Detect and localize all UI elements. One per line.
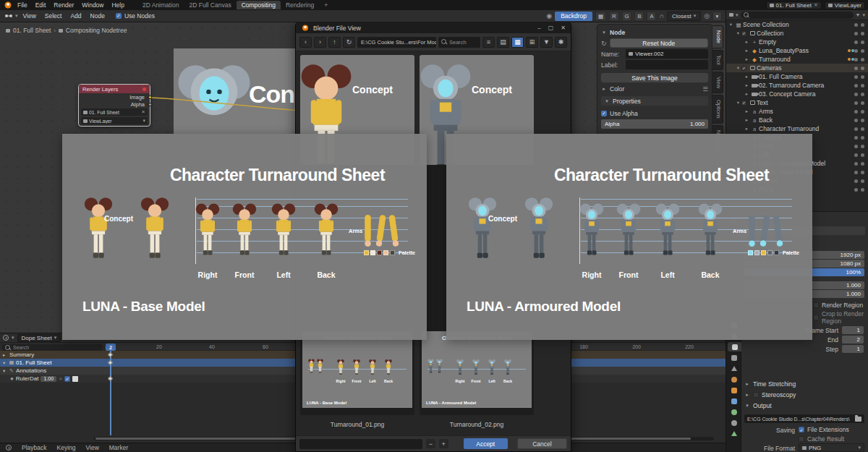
scene-selector[interactable]: 01. Full Sheet✕ xyxy=(81,108,148,116)
filename-input[interactable] xyxy=(299,439,422,449)
display-detail-icon[interactable]: ▤ xyxy=(497,37,509,48)
outliner-row[interactable]: ▾✓Text xyxy=(726,98,868,107)
display-grid-icon[interactable]: ⊞ xyxy=(526,37,538,48)
output-path-field[interactable]: E:\CG Cookie Studio D...s\Chapter04\Rend… xyxy=(744,414,864,423)
visibility-toggle-icons[interactable] xyxy=(854,110,858,114)
minimize-icon[interactable]: – xyxy=(537,25,540,31)
tab-node[interactable]: Node xyxy=(712,25,723,48)
render-layers-node[interactable]: Render Layers Image Alpha 01. Full Sheet… xyxy=(78,84,150,127)
workspace-2d-full-canvas[interactable]: 2D Full Canvas xyxy=(184,1,237,9)
save-this-image-button[interactable]: Save This Image xyxy=(601,73,708,82)
outliner-row[interactable]: ▸01. Full Camera xyxy=(726,72,868,81)
tab-data-icon[interactable] xyxy=(729,429,739,438)
accept-button[interactable]: Accept xyxy=(464,438,508,449)
tab-modifiers-icon[interactable] xyxy=(729,396,739,406)
visibility-toggle-icons[interactable] xyxy=(854,32,858,35)
reset-node-button[interactable]: Reset Node xyxy=(610,38,708,48)
alpha-slider[interactable]: Alpha1.000 xyxy=(601,119,708,129)
view-layer-selector[interactable]: ViewLayer▾ xyxy=(81,117,148,124)
channel-g-button[interactable]: G xyxy=(622,12,632,21)
channel-a-button[interactable]: A xyxy=(647,12,656,21)
editor-type-icon[interactable] xyxy=(4,12,14,20)
alpha-socket[interactable] xyxy=(148,103,152,106)
overlay-options-icon[interactable]: ▾ xyxy=(712,12,722,21)
path-field[interactable]: E:\CG Cookie Stu...ers\For Modeller\ xyxy=(357,37,436,48)
outliner-row[interactable]: ▾✓Cameras xyxy=(726,64,868,72)
tab-options[interactable]: Options xyxy=(712,95,723,124)
menu-keying[interactable]: Keying xyxy=(57,444,76,451)
node-label-field[interactable] xyxy=(626,60,708,69)
image-socket[interactable] xyxy=(148,95,152,99)
cache-result-row[interactable]: Cache Result xyxy=(799,435,844,443)
outliner-row[interactable]: ▸aCharacter Turnaround xyxy=(726,124,868,133)
tab-world-icon[interactable] xyxy=(729,375,739,384)
search-input[interactable]: Search xyxy=(438,37,480,48)
menu-node[interactable]: Node xyxy=(87,12,109,20)
display-thumbnail-icon[interactable]: ▦ xyxy=(511,37,524,48)
visibility-toggle-icons[interactable] xyxy=(854,58,858,61)
snap-magnet-icon[interactable]: ∩ xyxy=(659,12,663,20)
pin-icon[interactable]: ◉ xyxy=(546,12,552,20)
visibility-toggle-icons[interactable] xyxy=(854,84,858,88)
menu-file[interactable]: File xyxy=(14,1,31,9)
collapse-icon[interactable]: ▾ xyxy=(601,30,607,35)
back-button[interactable]: ‹ xyxy=(299,37,312,48)
curve-icon[interactable]: ≈ xyxy=(59,376,62,381)
outliner-row[interactable]: ▾▦Scene Collection xyxy=(726,20,868,29)
refresh-icon[interactable]: ↻ xyxy=(601,40,607,47)
use-nodes-checkbox[interactable]: ✓ xyxy=(116,13,122,19)
visibility-toggle-icons[interactable] xyxy=(854,171,858,174)
cancel-button[interactable]: Cancel xyxy=(517,438,567,449)
proportional-editing-icon[interactable]: ◎ xyxy=(704,12,710,20)
crop-region-row[interactable]: Crop to Render Region xyxy=(813,310,868,325)
collection-checkbox[interactable]: ✓ xyxy=(741,66,746,71)
backdrop-zoom-icon[interactable]: ▦ xyxy=(595,12,606,21)
forward-button[interactable]: › xyxy=(314,37,326,48)
maximize-icon[interactable]: ▢ xyxy=(548,25,554,31)
visibility-toggle-icons[interactable] xyxy=(854,179,858,183)
end-field[interactable]: 2 xyxy=(842,336,864,344)
folder-icon[interactable] xyxy=(855,417,861,422)
visibility-toggle-icons[interactable] xyxy=(854,145,858,148)
menu-edit[interactable]: Edit xyxy=(32,1,50,9)
step-field[interactable]: 1 xyxy=(842,345,864,353)
collection-checkbox[interactable]: ✓ xyxy=(741,31,746,36)
mode-dropdown[interactable]: Dope Sheet▾ xyxy=(17,334,61,342)
backdrop-button[interactable]: Backdrop xyxy=(555,12,592,21)
visibility-toggle-icons[interactable] xyxy=(854,127,858,131)
file-format-dropdown[interactable]: PNG▾ xyxy=(799,443,864,452)
parent-dir-button[interactable]: ↑ xyxy=(328,37,341,48)
close-icon[interactable]: ✕ xyxy=(141,109,145,115)
frame-start-field[interactable]: 1 xyxy=(842,326,864,334)
layer-checkbox[interactable]: ✓ xyxy=(64,376,70,382)
window-titlebar[interactable]: Blender File View –▢✕ xyxy=(296,22,571,33)
menu-icon[interactable]: ☰ xyxy=(702,85,708,93)
menu-marker[interactable]: Marker xyxy=(109,444,128,451)
outliner-row[interactable]: ▸◆Luna_BeautyPass xyxy=(726,46,868,55)
tab-scene-icon[interactable] xyxy=(729,364,739,373)
tab-view-layer-icon[interactable] xyxy=(729,353,739,362)
close-icon[interactable]: ✕ xyxy=(561,25,566,31)
timeline-icon[interactable] xyxy=(6,445,12,451)
filter-icon[interactable]: ▼ xyxy=(540,37,553,48)
menu-view[interactable]: View xyxy=(20,12,40,20)
menu-playback[interactable]: Playback xyxy=(22,444,47,451)
menu-add[interactable]: Add xyxy=(67,12,85,20)
display-mode-icon[interactable] xyxy=(729,13,733,17)
expand-icon[interactable]: ▸ xyxy=(601,86,607,92)
filter-icon[interactable]: ▼ xyxy=(856,12,861,17)
outliner-row[interactable]: ▸aBack xyxy=(726,116,868,124)
outliner-row[interactable]: ▸aArms xyxy=(726,107,868,116)
visibility-toggle-icons[interactable] xyxy=(854,40,858,44)
use-alpha-checkbox[interactable]: ✓ xyxy=(601,111,607,116)
editor-type-icon[interactable] xyxy=(3,335,9,341)
time-stretching-panel[interactable]: ▸Time Stretching xyxy=(744,380,796,388)
collection-checkbox[interactable]: ✓ xyxy=(741,101,746,106)
visibility-toggle-icons[interactable] xyxy=(854,23,858,27)
menu-window[interactable]: Window xyxy=(78,1,107,9)
outliner-row[interactable]: ▸03. Concept Camera xyxy=(726,90,868,98)
menu-help[interactable]: Help xyxy=(108,1,127,9)
visibility-toggle-icons[interactable] xyxy=(854,119,858,122)
zoom-in-button[interactable]: + xyxy=(439,439,448,448)
channel-search-input[interactable]: Search xyxy=(2,344,103,351)
